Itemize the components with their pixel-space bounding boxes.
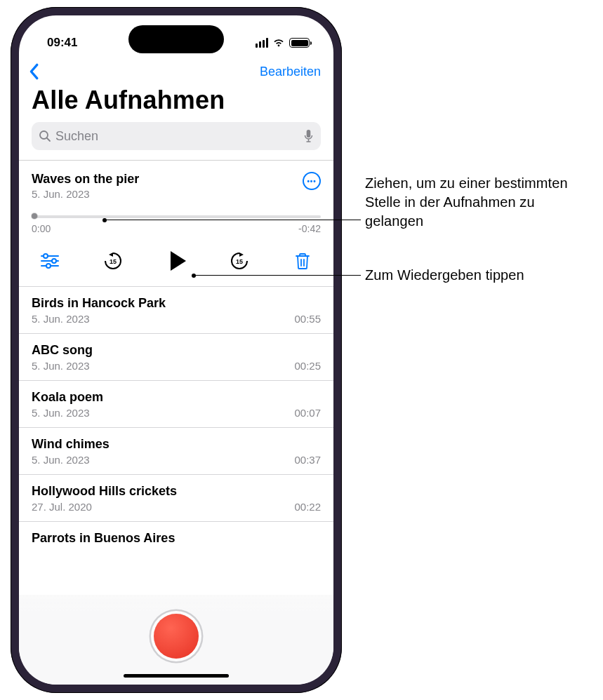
callout-line-scrub: [105, 220, 361, 220]
recording-date: 5. Jun. 2023: [32, 188, 139, 200]
status-time: 09:41: [47, 36, 77, 50]
home-indicator[interactable]: [124, 674, 229, 678]
svg-point-6: [44, 254, 48, 258]
edit-button[interactable]: Bearbeiten: [260, 65, 321, 79]
svg-text:15: 15: [110, 258, 117, 265]
svg-point-0: [40, 131, 48, 139]
settings-icon[interactable]: [34, 248, 65, 274]
scrubber-knob[interactable]: [32, 213, 37, 219]
list-item[interactable]: Parrots in Buenos Aires: [19, 521, 333, 556]
skip-back-15-button[interactable]: 15: [98, 248, 128, 274]
skip-forward-15-button[interactable]: 15: [224, 248, 255, 274]
delete-button[interactable]: [287, 248, 318, 274]
svg-line-1: [47, 138, 50, 141]
page-title: Alle Aufnahmen: [19, 84, 333, 122]
playback-scrubber[interactable]: 0:00 -0:42: [32, 215, 321, 234]
elapsed-time: 0:00: [32, 223, 51, 234]
more-button[interactable]: •••: [303, 172, 321, 190]
list-item[interactable]: Wind chimes 5. Jun. 202300:37: [19, 427, 333, 474]
svg-text:15: 15: [236, 258, 243, 265]
remaining-time: -0:42: [298, 223, 321, 234]
mic-icon[interactable]: [303, 129, 314, 143]
recordings-list: Birds in Hancock Park 5. Jun. 202300:55 …: [19, 286, 333, 556]
nav-bar: Bearbeiten: [19, 58, 333, 84]
list-item[interactable]: Birds in Hancock Park 5. Jun. 202300:55: [19, 286, 333, 333]
svg-point-10: [46, 264, 51, 268]
search-icon: [39, 130, 51, 142]
play-icon: [171, 251, 186, 271]
cellular-icon: [256, 38, 269, 48]
record-button[interactable]: [154, 614, 199, 659]
phone-screen: 09:41 Bearbeiten Alle Aufnahmen Suchen: [19, 15, 333, 685]
list-item[interactable]: ABC song 5. Jun. 202300:25: [19, 333, 333, 380]
list-item[interactable]: Koala poem 5. Jun. 202300:07: [19, 380, 333, 427]
search-input[interactable]: Suchen: [32, 122, 321, 150]
record-bar: [19, 595, 333, 685]
callout-play: Zum Wiedergeben tippen: [365, 266, 601, 285]
list-item[interactable]: Hollywood Hills crickets 27. Jul. 202000…: [19, 474, 333, 521]
dynamic-island: [128, 25, 224, 53]
back-button[interactable]: [27, 63, 40, 80]
svg-point-8: [52, 259, 56, 263]
phone-frame: 09:41 Bearbeiten Alle Aufnahmen Suchen: [11, 7, 342, 693]
play-button[interactable]: [161, 248, 192, 274]
callout-scrub: Ziehen, um zu einer bestimmten Stelle in…: [365, 174, 597, 231]
search-placeholder: Suchen: [55, 129, 303, 144]
battery-icon: [289, 38, 310, 48]
wifi-icon: [272, 38, 285, 48]
playback-controls: 15 15: [34, 248, 318, 274]
svg-rect-2: [307, 130, 311, 137]
callout-line-play: [194, 275, 361, 276]
expanded-recording: Waves on the pier 5. Jun. 2023 ••• 0:00 …: [19, 160, 333, 286]
recording-title: Waves on the pier: [32, 172, 139, 187]
